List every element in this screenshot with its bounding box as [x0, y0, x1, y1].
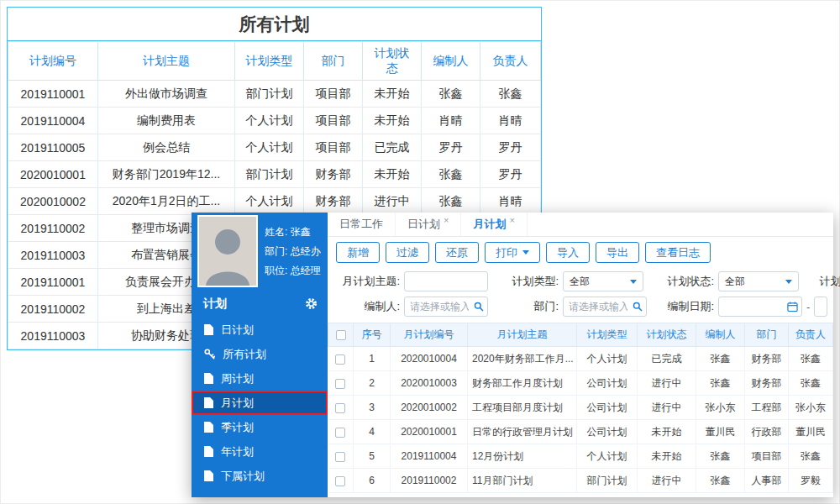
export-button[interactable]: 导出 — [596, 242, 639, 263]
key-icon — [204, 349, 215, 360]
cell-plan-subject: 外出做市场调查 — [98, 81, 235, 108]
cell-checkbox — [328, 469, 354, 493]
table-row[interactable]: 5 2019110004 12月份计划 个人计划 未开始 张鑫 项目部 张鑫 — [328, 444, 833, 469]
row-checkbox[interactable] — [335, 403, 345, 413]
cell-index: 5 — [354, 444, 391, 469]
close-icon[interactable]: × — [509, 215, 514, 225]
cell-checkbox — [328, 396, 354, 420]
column-header-plan-status: 计划状态 — [638, 323, 696, 347]
plan-subject-link[interactable]: 2020年财务部工作月... — [468, 347, 577, 371]
cell-owner: 肖晴 — [480, 108, 541, 134]
plan-subject-link[interactable]: 工程项目部月度计划 — [468, 396, 577, 420]
row-checkbox[interactable] — [335, 476, 345, 486]
type-select[interactable]: 全部 — [563, 271, 643, 291]
select-all-checkbox[interactable] — [336, 330, 346, 340]
tab-daily-work[interactable]: 日常工作 — [328, 213, 396, 236]
search-icon[interactable] — [474, 302, 484, 312]
cell-plan-status: 未开始 — [363, 108, 422, 134]
cell-department: 财务部 — [304, 188, 363, 215]
cell-compiler: 罗丹 — [422, 134, 480, 161]
view-log-button[interactable]: 查看日志 — [645, 242, 711, 263]
sidebar-item-quarterly-plan[interactable]: 季计划 — [192, 415, 328, 439]
cell-department: 财务部 — [304, 161, 363, 188]
calendar-icon[interactable] — [787, 302, 798, 312]
table-row[interactable]: 2020010001 财务部门2019年12... 部门计划 财务部 未开始 张… — [8, 161, 541, 188]
column-header-plan-code: 计划编号 — [8, 42, 98, 81]
plan-code-link[interactable]: 2020010001 — [391, 420, 468, 444]
table-row[interactable]: 2019110004 编制费用表 个人计划 项目部 未开始 肖晴 肖晴 — [8, 108, 541, 134]
owner-link[interactable]: 张小东 — [789, 396, 833, 420]
chevron-down-icon — [630, 280, 637, 284]
sidebar-item-weekly-plan[interactable]: 周计划 — [192, 366, 328, 391]
sidebar-item-all-plans[interactable]: 所有计划 — [192, 342, 328, 366]
row-checkbox[interactable] — [335, 428, 345, 438]
chevron-down-icon — [522, 250, 529, 255]
cell-index: 2 — [354, 371, 391, 396]
owner-link[interactable]: 张鑫 — [789, 347, 833, 371]
plan-code-link[interactable]: 2020010004 — [391, 347, 468, 371]
compiler-link[interactable]: 董川民 — [696, 420, 745, 444]
compile-date-end-input[interactable] — [814, 297, 827, 317]
cell-plan-code: 2019110003 — [8, 242, 98, 269]
plan-subject-link[interactable]: 11月部门计划 — [468, 469, 577, 493]
search-icon[interactable] — [633, 302, 643, 312]
plan-code-link[interactable]: 2020010002 — [391, 396, 468, 420]
cell-compiler: 肖晴 — [422, 108, 480, 134]
plan-subject-link[interactable]: 日常的行政管理月计划 — [468, 420, 577, 444]
plan-subject-link[interactable]: 财务部工作月度计划 — [468, 371, 577, 396]
tab-daily-plan[interactable]: 日计划 × — [396, 213, 461, 236]
column-header-index: 序号 — [354, 323, 391, 347]
filter-button[interactable]: 过滤 — [386, 242, 429, 263]
cell-index: 6 — [354, 469, 391, 493]
document-icon — [204, 446, 213, 457]
plan-code-link[interactable]: 2020010003 — [391, 371, 468, 396]
owner-link[interactable]: 罗毅 — [789, 469, 833, 493]
cell-checkbox — [328, 371, 354, 396]
restore-button[interactable]: 还原 — [435, 242, 479, 263]
plan-code-link[interactable]: 2019110004 — [391, 444, 468, 469]
cell-plan-code: 2019110004 — [8, 108, 98, 134]
row-checkbox[interactable] — [335, 379, 345, 389]
compiler-link[interactable]: 张鑫 — [696, 469, 745, 493]
compiler-link[interactable]: 张小东 — [696, 396, 745, 420]
sidebar-item-label: 所有计划 — [223, 347, 266, 362]
compiler-link[interactable]: 张鑫 — [696, 371, 745, 396]
user-profile: 姓名: 张鑫 部门: 总经办 职位: 总经理 — [192, 213, 328, 290]
table-row[interactable]: 2020010002 2020年1月2日的工... 个人计划 财务部 进行中 张… — [8, 188, 541, 215]
sidebar-item-daily-plan[interactable]: 日计划 — [192, 318, 328, 342]
compiler-input-wrap — [404, 297, 488, 317]
table-row[interactable]: 3 2020010002 工程项目部月度计划 公司计划 进行中 张小东 工程部 … — [328, 396, 833, 420]
column-header-plan-subject: 计划主题 — [98, 42, 235, 81]
sidebar-item-monthly-plan[interactable]: 月计划 — [192, 391, 328, 415]
sidebar-item-annual-plan[interactable]: 年计划 — [192, 439, 328, 464]
table-row[interactable]: 6 2019110002 11月部门计划 部门计划 进行中 张鑫 人事部 罗毅 — [328, 469, 833, 493]
type-select-value: 全部 — [570, 275, 630, 289]
compiler-link[interactable]: 张鑫 — [696, 444, 745, 469]
table-row[interactable]: 2019110005 例会总结 个人计划 项目部 已完成 罗丹 罗丹 — [8, 134, 541, 161]
table-row[interactable]: 2 2020010003 财务部工作月度计划 公司计划 进行中 张鑫 财务部 张… — [328, 371, 833, 396]
gear-icon[interactable] — [305, 297, 318, 310]
plan-code-link[interactable]: 2019110002 — [391, 469, 468, 493]
print-button[interactable]: 打印 — [485, 242, 540, 263]
import-button[interactable]: 导入 — [546, 242, 590, 263]
column-header-department: 部门 — [304, 42, 363, 81]
table-row[interactable]: 4 2020010001 日常的行政管理月计划 公司计划 未开始 董川民 行政部… — [328, 420, 833, 444]
subject-filter-label: 月计划主题: — [336, 274, 400, 289]
plan-subject-link[interactable]: 12月份计划 — [468, 444, 577, 469]
owner-link[interactable]: 张鑫 — [789, 444, 833, 469]
close-icon[interactable]: × — [444, 215, 449, 225]
owner-link[interactable]: 董川民 — [789, 420, 833, 444]
table-row[interactable]: 1 2020010004 2020年财务部工作月... 个人计划 已完成 张鑫 … — [328, 347, 833, 371]
table-row[interactable]: 2019110001 外出做市场调查 部门计划 项目部 未开始 张鑫 张鑫 — [8, 81, 541, 108]
cell-checkbox — [328, 420, 354, 444]
row-checkbox[interactable] — [335, 452, 345, 462]
sidebar-item-subordinate-plans[interactable]: 下属计划 — [192, 464, 328, 488]
column-header-plan-status: 计划状态 — [363, 42, 422, 81]
subject-filter-input[interactable] — [404, 271, 488, 291]
row-checkbox[interactable] — [335, 354, 345, 365]
compiler-link[interactable]: 张鑫 — [696, 347, 745, 371]
owner-link[interactable]: 张鑫 — [789, 371, 833, 396]
add-button[interactable]: 新增 — [336, 242, 380, 263]
tab-monthly-plan[interactable]: 月计划 × — [461, 213, 527, 236]
status-select[interactable]: 全部 — [718, 271, 799, 291]
